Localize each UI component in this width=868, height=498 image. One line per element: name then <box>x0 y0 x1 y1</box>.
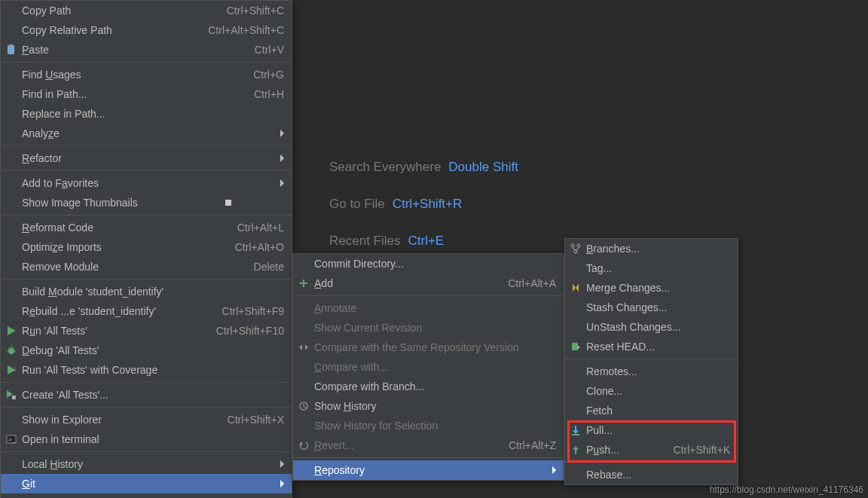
menu-separator <box>293 457 564 458</box>
git-annotate: Annotate <box>293 298 564 318</box>
main-find-in-path[interactable]: Find in Path...Ctrl+H <box>1 84 292 104</box>
menu-item-label: Show in Explorer <box>22 414 212 426</box>
main-local-history[interactable]: Local History <box>1 454 292 474</box>
menu-item-label: Revert... <box>314 439 494 451</box>
menu-item-label: Create 'All Tests'... <box>22 389 284 401</box>
svg-point-3 <box>8 348 14 354</box>
repo-reset-head[interactable]: Reset HEAD... <box>565 337 738 356</box>
menu-item-shortcut: Ctrl+Alt+O <box>235 241 284 253</box>
main-show-in-explorer[interactable]: Show in ExplorerCtrl+Shift+X <box>1 410 292 429</box>
repo-branches[interactable]: Branches... <box>565 239 738 258</box>
menu-item-label: Merge Changes... <box>586 282 730 294</box>
main-open-in-terminal[interactable]: >_Open in terminal <box>1 429 292 449</box>
main-rebuild-e-student-identify[interactable]: Rebuild ...e 'student_identify'Ctrl+Shif… <box>1 301 292 321</box>
svg-rect-11 <box>12 396 16 399</box>
menu-item-label: Copy Path <box>22 5 212 17</box>
menu-item-label: Add to Favorites <box>22 177 280 189</box>
main-copy-path[interactable]: Copy PathCtrl+Shift+C <box>1 1 292 20</box>
git-commit-directory[interactable]: Commit Directory... <box>293 254 564 273</box>
main-run-all-tests[interactable]: Run 'All Tests'Ctrl+Shift+F10 <box>1 321 292 341</box>
context-menu-main[interactable]: Copy PathCtrl+Shift+CCopy Relative PathC… <box>0 0 292 498</box>
main-synchronize-student-identify[interactable]: Synchronize 'student_identify' <box>1 493 292 498</box>
git-show-history[interactable]: Show History <box>293 396 564 416</box>
menu-item-label: Stash Changes... <box>586 301 730 313</box>
main-git[interactable]: Git <box>1 474 292 493</box>
menu-item-label: Local History <box>22 458 280 470</box>
menu-item-label: Add <box>314 277 493 289</box>
run-icon <box>5 325 17 337</box>
submenu-arrow-icon <box>280 480 284 487</box>
menu-item-label: Repository <box>314 464 552 476</box>
menu-item-label: Open in terminal <box>22 433 284 445</box>
main-reformat-code[interactable]: Reformat CodeCtrl+Alt+L <box>1 218 292 237</box>
menu-item-shortcut: Ctrl+Shift+F9 <box>222 305 284 317</box>
main-copy-relative-path[interactable]: Copy Relative PathCtrl+Alt+Shift+C <box>1 20 292 40</box>
main-refactor[interactable]: Refactor <box>1 148 292 168</box>
svg-marker-29 <box>577 345 580 350</box>
debug-icon <box>5 344 17 356</box>
menu-item-label: Run 'All Tests' <box>22 325 201 337</box>
hint-search-everywhere: Search Everywhere Double Shift <box>329 157 518 177</box>
repo-clone[interactable]: Clone... <box>565 381 738 401</box>
main-remove-module[interactable]: Remove ModuleDelete <box>1 257 292 276</box>
repo-merge-changes[interactable]: Merge Changes... <box>565 278 738 298</box>
context-menu-repository[interactable]: Branches...Tag...Merge Changes...Stash C… <box>564 238 738 485</box>
main-debug-all-tests[interactable]: Debug 'All Tests' <box>1 341 292 360</box>
hint-label: Go to File <box>329 194 385 214</box>
menu-separator <box>1 170 292 171</box>
repo-pull[interactable]: Pull... <box>565 420 738 440</box>
repo-unstash-changes[interactable]: UnStash Changes... <box>565 317 738 337</box>
menu-separator <box>565 462 738 463</box>
submenu-arrow-icon <box>280 460 284 468</box>
menu-item-label: Analyze <box>22 127 280 139</box>
watermark-text: https://blog.csdn.net/weixin_41176346 <box>710 484 863 495</box>
svg-point-23 <box>571 244 574 247</box>
menu-item-label: Run 'All Tests' with Coverage <box>22 364 284 376</box>
main-replace-in-path[interactable]: Replace in Path... <box>1 104 292 124</box>
repo-tag[interactable]: Tag... <box>565 258 738 278</box>
hint-label: Recent Files <box>329 231 400 251</box>
menu-separator <box>565 359 738 359</box>
git-revert: Revert...Ctrl+Alt+Z <box>293 435 564 455</box>
context-menu-git[interactable]: Commit Directory...AddCtrl+Alt+AAnnotate… <box>292 253 564 481</box>
git-repository[interactable]: Repository <box>293 460 564 480</box>
hint-shortcut: Ctrl+Shift+R <box>393 194 463 214</box>
history-icon <box>298 400 310 412</box>
main-create-all-tests[interactable]: Create 'All Tests'... <box>1 385 292 405</box>
repo-push[interactable]: Push...Ctrl+Shift+K <box>565 440 738 460</box>
menu-item-label: Show Current Revision <box>314 322 556 334</box>
main-optimize-imports[interactable]: Optimize ImportsCtrl+Alt+O <box>1 237 292 257</box>
repo-rebase[interactable]: Rebase... <box>565 465 738 484</box>
main-find-usages[interactable]: Find UsagesCtrl+G <box>1 65 292 84</box>
menu-separator <box>1 279 292 280</box>
git-compare-with-branch[interactable]: Compare with Branch... <box>293 377 564 396</box>
add-icon <box>298 277 310 289</box>
menu-item-label: Clone... <box>586 385 730 397</box>
menu-separator <box>1 215 292 215</box>
hint-shortcut: Double Shift <box>448 157 518 177</box>
menu-item-shortcut: Ctrl+Alt+Shift+C <box>208 24 284 36</box>
repo-fetch[interactable]: Fetch <box>565 401 738 420</box>
svg-line-8 <box>13 347 14 349</box>
svg-marker-34 <box>573 446 579 450</box>
menu-item-label: Rebuild ...e 'student_identify' <box>22 305 207 317</box>
menu-item-label: Pull... <box>586 424 730 436</box>
menu-item-label: UnStash Changes... <box>586 321 730 333</box>
editor-empty-hints: Search Everywhere Double Shift Go to Fil… <box>329 157 518 268</box>
main-paste[interactable]: PasteCtrl+V <box>1 40 292 60</box>
menu-item-label: Show History <box>314 400 556 412</box>
repo-remotes[interactable]: Remotes... <box>565 362 738 381</box>
main-add-to-favorites[interactable]: Add to Favorites <box>1 173 292 193</box>
git-add[interactable]: AddCtrl+Alt+A <box>293 273 564 293</box>
git-show-current-revision: Show Current Revision <box>293 318 564 338</box>
menu-item-label: Find Usages <box>22 69 238 81</box>
svg-marker-9 <box>8 365 16 374</box>
branches-icon <box>570 243 582 255</box>
main-build-module-student-identify[interactable]: Build Module 'student_identify' <box>1 282 292 301</box>
main-show-image-thumbnails[interactable]: Show Image Thumbnails <box>1 193 292 212</box>
menu-item-shortcut: Delete <box>254 261 284 273</box>
main-analyze[interactable]: Analyze <box>1 124 292 143</box>
repo-stash-changes[interactable]: Stash Changes... <box>565 298 738 317</box>
menu-item-shortcut: Ctrl+V <box>255 44 284 56</box>
main-run-all-tests-with-coverage[interactable]: Run 'All Tests' with Coverage <box>1 360 292 380</box>
